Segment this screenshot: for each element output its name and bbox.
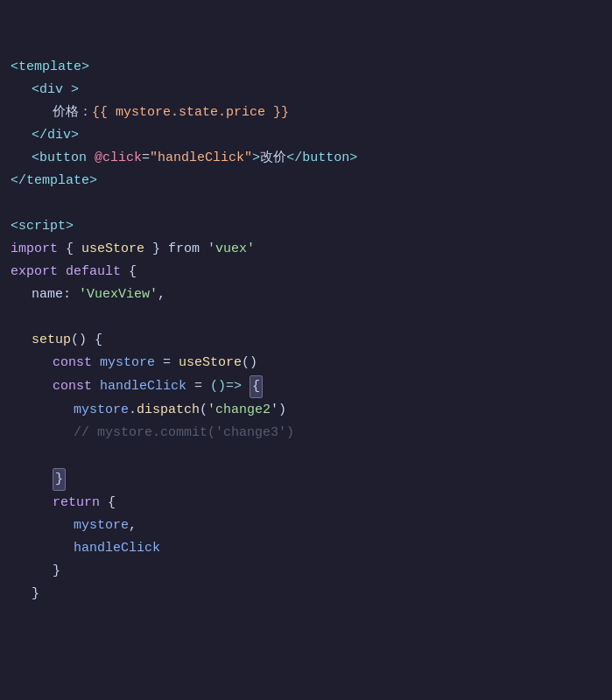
- code-line: import { useStore } from 'vuex': [0, 238, 612, 261]
- code-line: mystore.dispatch('change2'): [0, 399, 612, 422]
- code-line: [0, 444, 612, 467]
- code-line: <button @click="handleClick">改价</button>: [0, 147, 612, 170]
- code-line: name: 'VuexView',: [0, 284, 612, 306]
- code-line: [0, 192, 612, 215]
- code-line: }: [0, 560, 612, 583]
- code-line: mystore,: [0, 514, 612, 537]
- code-line: export default {: [0, 261, 612, 284]
- code-line: const mystore = useStore(): [0, 352, 612, 374]
- code-line: </div>: [0, 124, 612, 147]
- code-line: handleClick: [0, 537, 612, 560]
- code-line: 价格：{{ mystore.state.price }}: [0, 102, 612, 124]
- code-line: <template>: [0, 56, 612, 79]
- code-line: }: [0, 467, 612, 492]
- code-line: [0, 306, 612, 329]
- code-line: return {: [0, 492, 612, 514]
- code-line: </template>: [0, 170, 612, 192]
- code-line: // mystore.commit('change3'): [0, 422, 612, 444]
- code-line: <script>: [0, 215, 612, 238]
- code-line: <div >: [0, 79, 612, 102]
- code-line: }: [0, 583, 612, 606]
- code-line: setup() {: [0, 329, 612, 352]
- code-editor: <template><div >价格：{{ mystore.state.pric…: [0, 0, 612, 620]
- code-line: const handleClick = ()=> {: [0, 374, 612, 399]
